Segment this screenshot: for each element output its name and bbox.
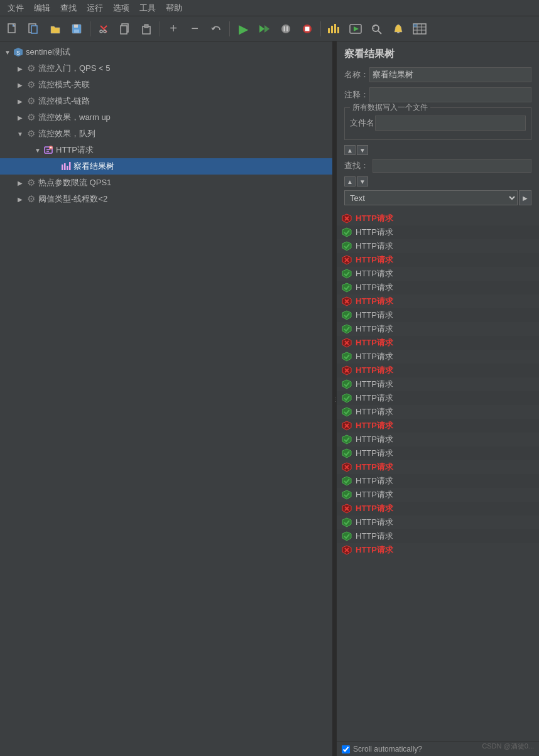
result-row[interactable]: HTTP请求 [337, 308, 539, 322]
item51-expand-icon: ▼ [33, 145, 43, 155]
cut-button[interactable] [94, 19, 114, 39]
tree-item-5[interactable]: ▼ ⚙ 流控效果，队列 [0, 126, 332, 142]
result-row[interactable]: HTTP请求 [337, 419, 539, 433]
result-row[interactable]: HTTP请求 [337, 225, 539, 239]
result-row[interactable]: HTTP请求 [337, 350, 539, 364]
item511-chart-icon [60, 161, 72, 172]
scroll-up-button[interactable]: ▲ [344, 145, 356, 155]
result-row[interactable]: HTTP请求 [337, 212, 539, 225]
new-button[interactable] [3, 19, 23, 39]
svg-point-16 [281, 24, 290, 33]
results-list[interactable]: HTTP请求HTTP请求HTTP请求HTTP请求HTTP请求HTTP请求HTTP… [337, 212, 539, 742]
menu-run[interactable]: 运行 [82, 1, 108, 15]
menu-options[interactable]: 选项 [108, 1, 134, 15]
file-input[interactable] [375, 116, 526, 131]
stop-button[interactable] [297, 19, 317, 39]
result-item-label: HTTP请求 [356, 310, 393, 321]
comment-input[interactable] [369, 87, 531, 102]
result-row[interactable]: HTTP请求 [337, 488, 539, 502]
result-row[interactable]: HTTP请求 [337, 516, 539, 529]
result-row[interactable]: HTTP请求 [337, 336, 539, 350]
bell-button[interactable] [388, 19, 408, 39]
file-label: 文件名 [350, 117, 375, 129]
result-row[interactable]: HTTP请求 [337, 446, 539, 460]
menu-help[interactable]: 帮助 [161, 1, 187, 15]
copy-button[interactable] [115, 19, 135, 39]
tree-item-2[interactable]: ▶ ⚙ 流控模式-关联 [0, 77, 332, 93]
open-button[interactable] [45, 19, 65, 39]
svg-marker-74 [342, 408, 351, 416]
tree-item-1[interactable]: ▶ ⚙ 流控入门，QPS < 5 [0, 60, 332, 77]
new-template-button[interactable] [24, 19, 44, 39]
scroll-auto-checkbox[interactable] [342, 745, 350, 753]
result-row[interactable]: HTTP请求 [337, 281, 539, 294]
menu-file[interactable]: 文件 [3, 1, 29, 15]
tree-item-3[interactable]: ▶ ⚙ 流控模式-链路 [0, 93, 332, 109]
add-button[interactable]: + [163, 19, 183, 39]
table-button[interactable] [410, 19, 430, 39]
run-button[interactable]: ▶ [233, 19, 253, 39]
menu-edit[interactable]: 编辑 [29, 1, 55, 15]
result-row[interactable]: HTTP请求 [337, 253, 539, 267]
tree-root[interactable]: ▼ S sentinel测试 [0, 44, 332, 60]
scroll-down-button[interactable]: ▼ [357, 145, 368, 155]
result-row[interactable]: HTTP请求 [337, 474, 539, 488]
svg-marker-88 [342, 518, 351, 527]
svg-marker-68 [342, 352, 351, 361]
find-input[interactable] [373, 159, 531, 173]
result-row[interactable]: HTTP请求 [337, 239, 539, 253]
menu-find[interactable]: 查找 [55, 1, 82, 15]
pause-button[interactable] [276, 19, 296, 39]
paste-button[interactable] [136, 19, 156, 39]
svg-marker-63 [342, 311, 351, 320]
result-row[interactable]: HTTP请求 [337, 377, 539, 391]
item6-label: 热点参数限流 QPS1 [38, 177, 111, 188]
tree-item-5-1[interactable]: ▼ HTTP请求 [0, 142, 332, 158]
search-toolbar-button[interactable] [367, 19, 387, 39]
tree-item-7[interactable]: ▶ ⚙ 阈值类型-线程数<2 [0, 191, 332, 207]
item2-label: 流控模式-关联 [38, 79, 90, 90]
scroll-down-button-2[interactable]: ▼ [357, 176, 368, 186]
result-row[interactable]: HTTP请求 [337, 294, 539, 308]
toolbar: + − ▶ [0, 16, 539, 41]
result-row[interactable]: HTTP请求 [337, 433, 539, 446]
svg-marker-73 [342, 394, 351, 402]
result-row[interactable]: HTTP请求 [337, 391, 539, 405]
result-row[interactable]: HTTP请求 [337, 502, 539, 516]
tree-item-6[interactable]: ▶ ⚙ 热点参数限流 QPS1 [0, 175, 332, 191]
scroll-auto-label: Scroll automatically? [353, 745, 422, 753]
result-panel: 察看结果树 名称： 注释： 所有数据写入一个文件 文件名 ▲ [337, 41, 539, 212]
svg-marker-58 [342, 269, 351, 278]
svg-rect-11 [121, 26, 127, 34]
shield-green-icon [342, 517, 352, 527]
result-item-label: HTTP请求 [356, 406, 393, 418]
run-no-pause-button[interactable] [254, 19, 275, 39]
svg-marker-72 [342, 380, 351, 389]
result-row[interactable]: HTTP请求 [337, 364, 539, 377]
shield-green-icon [342, 269, 352, 279]
result-item-label: HTTP请求 [356, 227, 393, 238]
result-row[interactable]: HTTP请求 [337, 322, 539, 336]
dropdown-arrow-button[interactable]: ▶ [519, 190, 531, 205]
analyze-button[interactable] [324, 19, 344, 39]
result-row[interactable]: HTTP请求 [337, 529, 539, 543]
item1-expand-icon: ▶ [15, 63, 25, 73]
save-button[interactable] [67, 19, 87, 39]
tree-item-4[interactable]: ▶ ⚙ 流控效果，warm up [0, 109, 332, 126]
file-row: 文件名 [350, 116, 526, 131]
tree-item-5-1-1[interactable]: 察看结果树 [0, 158, 332, 175]
record-button[interactable] [346, 19, 366, 39]
result-row[interactable]: HTTP请求 [337, 460, 539, 474]
result-row[interactable]: HTTP请求 [337, 267, 539, 281]
result-type-select[interactable]: TextRegExp TesterCSS/JQuery TesterXPath … [344, 190, 518, 205]
result-item-label: HTTP请求 [356, 517, 393, 528]
remove-button[interactable]: − [185, 19, 205, 39]
scroll-up-button-2[interactable]: ▲ [344, 176, 356, 186]
menu-tools[interactable]: 工具 [134, 1, 161, 15]
name-input[interactable] [369, 67, 531, 82]
result-row[interactable]: HTTP请求 [337, 405, 539, 419]
undo-button[interactable] [206, 19, 226, 39]
shield-green-icon [342, 435, 352, 445]
item4-gear-icon: ⚙ [25, 112, 36, 123]
result-row[interactable]: HTTP请求 [337, 543, 539, 557]
